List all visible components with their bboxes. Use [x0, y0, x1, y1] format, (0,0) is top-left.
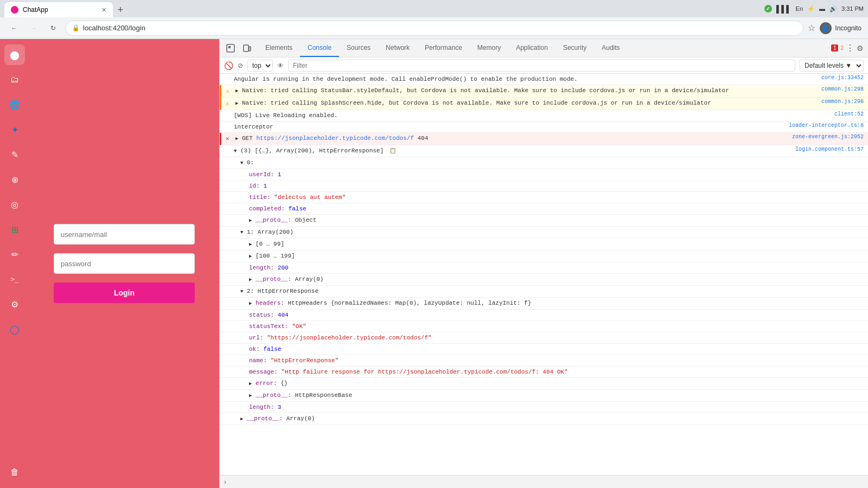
console-msg-range2: ▶ [100 … 199] — [249, 252, 864, 261]
warn-count-badge: 2 — [840, 45, 844, 51]
expand-proto0[interactable]: ▶ — [249, 218, 252, 223]
notes-icon: ✎ — [11, 150, 18, 160]
browser-tab-chatapp[interactable]: ChatApp × — [4, 2, 113, 17]
svg-rect-3 — [249, 47, 251, 51]
address-bar-right: 👤 Incognito — [820, 22, 861, 34]
forward-button[interactable]: → — [26, 21, 41, 36]
sidebar-icon-vscode[interactable]: ✦ — [4, 119, 25, 140]
console-line-warn-statusbar: ⚠ ▶ Native: tried calling StatusBar.styl… — [220, 85, 868, 98]
expand-triangle-2[interactable]: ▶ — [235, 101, 238, 106]
new-tab-button[interactable]: + — [113, 2, 128, 17]
tab-close-button[interactable]: × — [102, 5, 106, 14]
tab-network[interactable]: Network — [378, 39, 417, 57]
sidebar-icon-sheets[interactable]: ⊞ — [4, 219, 25, 240]
expand-range1[interactable]: ▶ — [249, 242, 252, 247]
sidebar-icon-tools[interactable]: ⚙ — [4, 294, 25, 314]
console-source-6[interactable]: login.component.ts:57 — [795, 146, 864, 152]
sidebar-icon-ubuntu[interactable]: ⬤ — [4, 44, 25, 65]
login-button[interactable]: Login — [54, 282, 195, 303]
console-output: Angular is running in the development mo… — [220, 74, 868, 475]
collapse-item2[interactable]: ▼ — [240, 289, 243, 294]
expand-range2[interactable]: ▶ — [249, 254, 252, 259]
eye-icon[interactable]: 👁 — [277, 62, 284, 69]
title-bar: ChatApp × + ▌▌▌ En ⚡ ▬ 🔊 3:31 PM — [0, 0, 868, 17]
error-indicator-5: ✕ — [226, 134, 233, 144]
expand-triangle-1[interactable]: ▶ — [235, 88, 238, 94]
files-icon: 🗂 — [10, 75, 19, 85]
console-level-select[interactable]: Default levels ▼ — [800, 60, 864, 72]
url-text: localhost:4200/login — [83, 24, 145, 32]
collapse-item0[interactable]: ▼ — [240, 160, 243, 166]
console-line-range2: ▶ [100 … 199] — [220, 251, 868, 262]
console-msg-userid: userId: 1 — [249, 170, 864, 179]
expand-triangle-3[interactable]: ▶ — [235, 136, 238, 142]
expand-headers[interactable]: ▶ — [249, 301, 252, 306]
console-line-completed: completed: false — [220, 203, 868, 215]
console-line-item1-header: ▼ 1: Array(200) — [220, 227, 868, 239]
more-options-icon[interactable]: ⋮ — [846, 43, 854, 53]
console-source-1[interactable]: common.js:298 — [821, 86, 864, 92]
tab-elements[interactable]: Elements — [258, 39, 300, 57]
devtools-bottom: › — [220, 475, 868, 488]
devtools-tabs: Elements Console Sources Network Perform… — [258, 39, 827, 57]
tab-performance[interactable]: Performance — [417, 39, 470, 57]
console-msg-range1: ▶ [0 … 99] — [249, 240, 864, 249]
login-form: Login — [54, 224, 195, 303]
console-msg-proto-final: ▶ __proto__: Array(0) — [240, 414, 864, 423]
tab-console[interactable]: Console — [300, 39, 339, 57]
console-source-4[interactable]: loader-interceptor.ts:8 — [789, 123, 864, 129]
error-url-link[interactable]: https://jsonplaceholder.typicode.com/tod… — [256, 135, 413, 142]
console-source-0[interactable]: core.js:33452 — [821, 75, 864, 81]
bookmark-star-icon[interactable]: ☆ — [808, 23, 815, 33]
tab-application[interactable]: Application — [508, 39, 556, 57]
sidebar-icon-files[interactable]: 🗂 — [4, 69, 25, 90]
expand-proto-final[interactable]: ▶ — [240, 416, 243, 422]
devtools-inspect-icon[interactable] — [224, 42, 237, 55]
expand-error-obj[interactable]: ▶ — [249, 381, 252, 387]
console-line-name: name: "HttpErrorResponse" — [220, 355, 868, 367]
console-filter-input[interactable] — [288, 60, 795, 72]
sidebar-icon-notes[interactable]: ✎ — [4, 144, 25, 165]
console-msg-item0: ▼ 0: — [240, 158, 864, 168]
title-bar-right: ▌▌▌ En ⚡ ▬ 🔊 3:31 PM — [764, 5, 864, 13]
copy-icon[interactable]: 📋 — [390, 148, 396, 154]
tab-sources[interactable]: Sources — [339, 39, 378, 57]
tabs-area: ChatApp × + — [4, 0, 764, 17]
sidebar-icon-pencil[interactable]: ✏ — [4, 244, 25, 265]
url-bar[interactable]: 🔒 localhost:4200/login — [65, 21, 803, 36]
tab-security[interactable]: Security — [556, 39, 594, 57]
refresh-button[interactable]: ↻ — [46, 21, 61, 36]
devtools-panel: Elements Console Sources Network Perform… — [219, 39, 868, 488]
sidebar-icon-db[interactable]: ◯ — [4, 319, 25, 339]
console-source-2[interactable]: common.js:298 — [821, 99, 864, 105]
console-msg-id: id: 1 — [249, 182, 864, 190]
tab-favicon — [11, 6, 18, 14]
console-context-select[interactable]: top — [247, 60, 273, 72]
sidebar-icon-safari[interactable]: ⊕ — [4, 169, 25, 190]
lock-icon: 🔒 — [72, 24, 80, 31]
collapse-triangle-main[interactable]: ▼ — [234, 149, 237, 154]
collapse-item1[interactable]: ▼ — [240, 230, 243, 235]
pencil-icon: ✏ — [11, 249, 18, 260]
safari-icon: ⊕ — [11, 175, 18, 185]
back-button[interactable]: ← — [7, 21, 22, 36]
settings-icon[interactable]: ⚙ — [857, 44, 864, 53]
console-source-5[interactable]: zone-evergreen.js:2952 — [792, 134, 864, 140]
password-input[interactable] — [54, 253, 195, 274]
console-source-3[interactable]: client:52 — [834, 111, 864, 117]
devtools-device-icon[interactable] — [240, 42, 253, 55]
expand-proto2[interactable]: ▶ — [249, 393, 252, 399]
sidebar-icon-chrome[interactable]: ◎ — [4, 194, 25, 215]
tab-audits[interactable]: Audits — [594, 39, 627, 57]
console-msg-angular: Angular is running in the development mo… — [234, 75, 817, 84]
expand-proto1[interactable]: ▶ — [249, 277, 252, 282]
username-input[interactable] — [54, 224, 195, 245]
console-msg-proto0: ▶ __proto__: Object — [249, 216, 864, 225]
console-clear-button[interactable]: 🚫 — [224, 61, 233, 70]
sidebar-icon-terminal[interactable]: >_ — [4, 269, 25, 290]
expand-bottom-icon[interactable]: › — [224, 478, 226, 486]
tab-memory[interactable]: Memory — [470, 39, 508, 57]
sidebar-icon-browser[interactable]: 🌐 — [4, 94, 25, 115]
chrome-icon: ◎ — [11, 200, 18, 210]
sidebar-icon-trash[interactable]: 🗑 — [4, 462, 25, 483]
